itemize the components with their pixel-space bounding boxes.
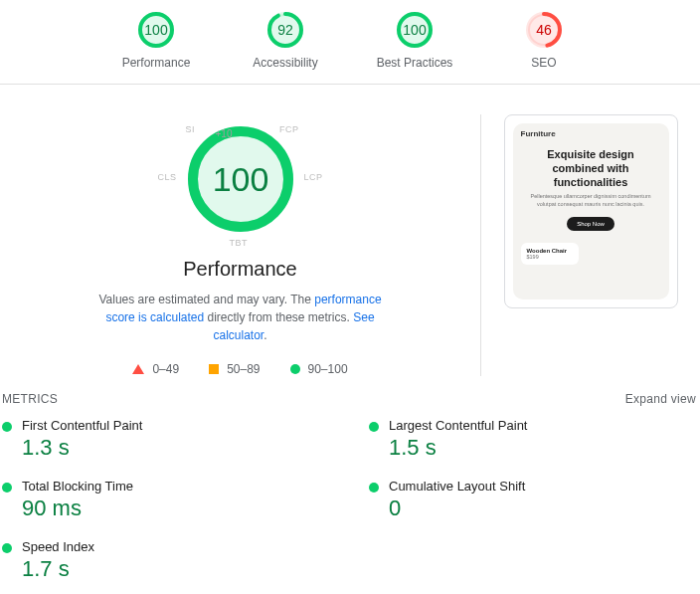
metric-value: 1.3 s [22,435,142,461]
metric-name: Speed Index [22,539,94,554]
gauge-arc: 46 [524,10,564,50]
metric-value: 0 [389,495,525,521]
device-frame[interactable]: Furniture Exquisite design combined with… [504,114,678,308]
mock-product-card: Wooden Chair $199 [521,243,579,265]
hero-desc-post: . [263,328,266,342]
pass-dot-icon [2,422,12,432]
pass-dot-icon [369,483,379,493]
legend-fail: 0–49 [132,362,179,376]
metrics-title: METRICS [2,392,58,406]
metric-cls[interactable]: Cumulative Layout Shift 0 [369,479,696,521]
polar-fcp: FCP [279,124,299,134]
metric-fcp[interactable]: First Contentful Paint 1.3 s [2,418,329,461]
polar-lcp: LCP [303,172,322,182]
metric-value: 90 ms [22,495,133,521]
metric-lcp[interactable]: Largest Contentful Paint 1.5 s [369,418,696,461]
circle-icon [290,364,300,374]
gauge-label: SEO [531,56,556,70]
page-screenshot-mock: Furniture Exquisite design combined with… [513,123,669,299]
mock-card-title: Wooden Chair [527,248,573,254]
svg-text:100: 100 [212,160,268,198]
metric-tbt[interactable]: Total Blocking Time 90 ms [2,479,329,521]
performance-hero: FCP LCP TBT CLS SI +10 100 Performance V… [0,85,700,386]
triangle-icon [132,364,144,374]
mock-headline: Exquisite design combined with functiona… [527,148,655,189]
svg-text:92: 92 [277,22,293,38]
metric-value: 1.7 s [22,556,94,582]
mock-brand: Furniture [521,129,556,138]
metrics-grid: First Contentful Paint 1.3 s Largest Con… [0,412,700,594]
pass-dot-icon [2,543,12,553]
square-icon [209,364,219,374]
polar-tbt: TBT [230,238,249,248]
hero-screenshot: Furniture Exquisite design combined with… [481,114,680,376]
mock-blurb: Pellentesque ullamcorper dignissim condi… [527,193,655,208]
hero-desc-mid: directly from these metrics. [204,310,353,324]
score-legend: 0–49 50–89 90–100 [132,362,347,376]
category-gauges: 100 Performance 92 Accessibility 100 Bes… [0,0,700,85]
pass-dot-icon [369,422,379,432]
gauge-accessibility[interactable]: 92 Accessibility [246,10,325,70]
metric-name: Largest Contentful Paint [389,418,527,433]
gauge-label: Accessibility [253,56,317,70]
hero-desc-pre: Values are estimated and may vary. The [98,293,314,306]
gauge-arc: 92 [265,10,305,50]
hero-description: Values are estimated and may vary. The p… [87,291,395,344]
hero-left: FCP LCP TBT CLS SI +10 100 Performance V… [20,114,481,376]
legend-pass: 90–100 [290,362,348,376]
svg-text:100: 100 [144,22,168,38]
metrics-header-bar: METRICS Expand view [0,386,700,412]
gauge-seo[interactable]: 46 SEO [504,10,584,70]
svg-text:100: 100 [403,22,427,38]
expand-view-button[interactable]: Expand view [625,392,696,406]
legend-average: 50–89 [209,362,260,376]
metric-name: Total Blocking Time [22,479,133,494]
metric-name: First Contentful Paint [22,418,142,433]
mock-cta: Shop Now [567,217,614,231]
big-performance-gauge: FCP LCP TBT CLS SI +10 100 [176,114,305,244]
mock-card-price: $199 [527,254,573,260]
metric-si[interactable]: Speed Index 1.7 s [2,539,329,582]
gauge-performance[interactable]: 100 Performance [116,10,196,70]
pass-dot-icon [2,483,12,493]
gauge-best-practices[interactable]: 100 Best Practices [375,10,454,70]
gauge-label: Performance [122,56,191,70]
polar-cls: CLS [158,172,177,182]
gauge-arc: 100 [136,10,176,50]
metric-value: 1.5 s [389,435,527,461]
svg-text:46: 46 [536,22,552,38]
polar-si: SI [186,124,196,134]
gauge-arc: 100 [395,10,435,50]
metric-name: Cumulative Layout Shift [389,479,525,494]
gauge-label: Best Practices [377,56,453,70]
polar-plus: +10 [216,128,233,139]
hero-title: Performance [183,258,297,281]
